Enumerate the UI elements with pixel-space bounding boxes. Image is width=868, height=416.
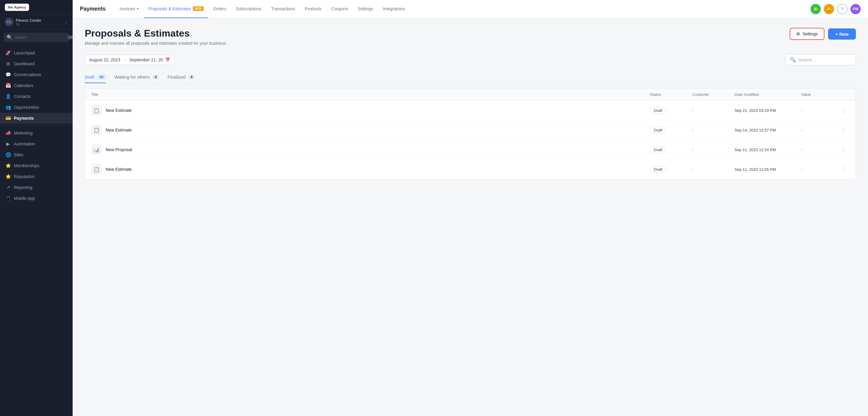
help-icon[interactable]: ?: [837, 4, 847, 14]
reputation-icon: ⭐: [5, 174, 11, 179]
table-search-input[interactable]: [798, 58, 851, 62]
sidebar-item-label: Reporting: [14, 185, 32, 190]
user-avatar[interactable]: PM: [850, 4, 861, 14]
tab-draft-label: Draft: [85, 74, 95, 79]
tab-settings-label: Settings: [358, 6, 373, 11]
notifications-green-icon[interactable]: 🔔: [810, 4, 821, 14]
row-menu-button[interactable]: ⋮: [837, 107, 849, 114]
row-menu-button[interactable]: ⋮: [837, 127, 849, 133]
opportunities-icon: 👥: [5, 105, 11, 110]
sidebar-item-label: Memberships: [14, 163, 39, 168]
date-start: August 22, 2023: [89, 58, 120, 62]
new-button[interactable]: + New: [828, 28, 856, 40]
row-status: Draft: [650, 127, 692, 134]
table-row[interactable]: 📊 New Proposal Draft - Sep 11, 2023 12:2…: [85, 140, 856, 160]
workspace-avatar: FC: [5, 18, 13, 26]
page-content: Proposals & Estimates Manage and oversee…: [73, 18, 868, 416]
gear-icon: ⚙: [796, 31, 800, 36]
tab-coupons[interactable]: Coupons: [327, 0, 352, 18]
tab-integrations[interactable]: Integrations: [379, 0, 409, 18]
top-nav-tabs: Invoices ▾ Proposals & Estimates New Ord…: [115, 0, 810, 18]
workspace-chevron-icon: ⌄: [65, 20, 68, 24]
tab-waiting-label: Waiting for others: [115, 74, 150, 79]
row-menu-button[interactable]: ⋮: [837, 166, 849, 173]
payments-icon: 💳: [5, 115, 11, 121]
sidebar: the Agency FC Fitness Center TX ⌄ 🔍 ⌘K +…: [0, 0, 73, 416]
sidebar-item-automation[interactable]: ▶ Automation: [0, 138, 73, 149]
tab-proposals[interactable]: Proposals & Estimates New: [144, 0, 208, 18]
contacts-icon: 👤: [5, 94, 11, 99]
sidebar-item-label: Conversations: [14, 72, 41, 77]
settings-button[interactable]: ⚙ Settings: [789, 28, 825, 40]
tab-proposals-label: Proposals & Estimates: [148, 6, 191, 11]
sidebar-item-mobile-app[interactable]: 📱 Mobile App: [0, 193, 73, 204]
date-end: September 21, 20: [129, 58, 163, 62]
sidebar-item-dashboard[interactable]: ⊞ Dashboard: [0, 58, 73, 69]
sidebar-item-marketing[interactable]: 📣 Marketing: [0, 128, 73, 138]
sidebar-item-launchpad[interactable]: 🚀 Launchpad: [0, 47, 73, 58]
table-row[interactable]: 📋 New Estimate Draft - Sep 11, 2023 12:0…: [85, 160, 856, 179]
tab-finalized-count: 4: [188, 75, 195, 79]
logo-box[interactable]: the Agency: [5, 4, 29, 11]
row-date: Sep 11, 2023 12:05 PM: [735, 167, 801, 172]
tab-coupons-label: Coupons: [331, 6, 348, 11]
tab-waiting[interactable]: Waiting for others 4: [115, 71, 159, 83]
agency-label: Agency: [14, 5, 26, 9]
row-value: -: [801, 128, 837, 132]
calendar-icon: 📅: [165, 58, 170, 62]
row-customer: -: [692, 167, 735, 172]
settings-label: Settings: [803, 31, 818, 36]
sidebar-item-label: Automation: [14, 141, 35, 146]
tab-invoices[interactable]: Invoices ▾: [115, 0, 143, 18]
row-date: Sep 11, 2023 12:24 PM: [735, 147, 801, 152]
search-wrap[interactable]: 🔍: [785, 54, 856, 65]
sidebar-item-label: Payments: [14, 116, 34, 120]
row-title: 📋 New Estimate: [91, 105, 650, 116]
sidebar-item-payments[interactable]: 💳 Payments: [0, 113, 73, 124]
search-icon: 🔍: [7, 34, 13, 40]
conversations-icon: 💬: [5, 72, 11, 77]
tab-settings[interactable]: Settings: [353, 0, 377, 18]
main-content: Payments Invoices ▾ Proposals & Estimate…: [73, 0, 868, 416]
tab-transactions[interactable]: Transactions: [267, 0, 299, 18]
row-title: 📊 New Proposal: [91, 144, 650, 155]
tab-orders[interactable]: Orders: [209, 0, 230, 18]
tab-products[interactable]: Products: [301, 0, 326, 18]
sidebar-item-reputation[interactable]: ⭐ Reputation: [0, 171, 73, 182]
col-customer: Customer: [692, 92, 735, 97]
marketing-icon: 📣: [5, 130, 11, 136]
tab-draft[interactable]: Draft 40: [85, 71, 106, 83]
page-header: Proposals & Estimates Manage and oversee…: [85, 28, 856, 46]
row-date: Sep 21, 2023 03:29 PM: [735, 108, 801, 113]
launchpad-icon: 🚀: [5, 50, 11, 56]
search-input[interactable]: [14, 35, 65, 40]
col-date: Date modified: [735, 92, 801, 97]
sidebar-item-calendars[interactable]: 📅 Calendars: [0, 80, 73, 91]
workspace-selector[interactable]: FC Fitness Center TX ⌄: [0, 15, 73, 30]
sidebar-item-sites[interactable]: 🌐 Sites: [0, 149, 73, 160]
date-arrow-icon: →: [123, 58, 127, 62]
row-status: Draft: [650, 107, 692, 114]
sidebar-item-contacts[interactable]: 👤 Contacts: [0, 91, 73, 102]
top-bar: Payments Invoices ▾ Proposals & Estimate…: [73, 0, 868, 18]
date-range-picker[interactable]: August 22, 2023 → September 21, 20 📅: [85, 55, 175, 65]
table-row[interactable]: 📋 New Estimate Draft - Sep 14, 2023 12:5…: [85, 120, 856, 140]
sidebar-item-opportunities[interactable]: 👥 Opportunities: [0, 102, 73, 113]
sidebar-item-label: Dashboard: [14, 61, 35, 66]
proposal-icon: 📊: [91, 144, 102, 155]
sidebar-item-memberships[interactable]: ⭐ Memberships: [0, 160, 73, 171]
row-title: 📋 New Estimate: [91, 164, 650, 175]
tab-subscriptions[interactable]: Subscriptions: [231, 0, 266, 18]
tab-finalized[interactable]: Finalized 4: [168, 71, 195, 83]
tab-transactions-label: Transactions: [271, 6, 295, 11]
sidebar-search[interactable]: 🔍 ⌘K +: [4, 33, 69, 42]
workspace-name: Fitness Center: [16, 18, 62, 23]
sidebar-item-conversations[interactable]: 💬 Conversations: [0, 69, 73, 80]
reporting-icon: ↗: [5, 185, 11, 190]
table-row[interactable]: 📋 New Estimate Draft - Sep 21, 2023 03:2…: [85, 101, 856, 120]
row-menu-button[interactable]: ⋮: [837, 146, 849, 153]
topbar-actions: 🔔 🔔 ? PM: [810, 4, 861, 14]
sidebar-item-reporting[interactable]: ↗ Reporting: [0, 182, 73, 193]
invoices-dropdown-icon: ▾: [137, 7, 138, 10]
bell-icon[interactable]: 🔔: [824, 4, 834, 14]
